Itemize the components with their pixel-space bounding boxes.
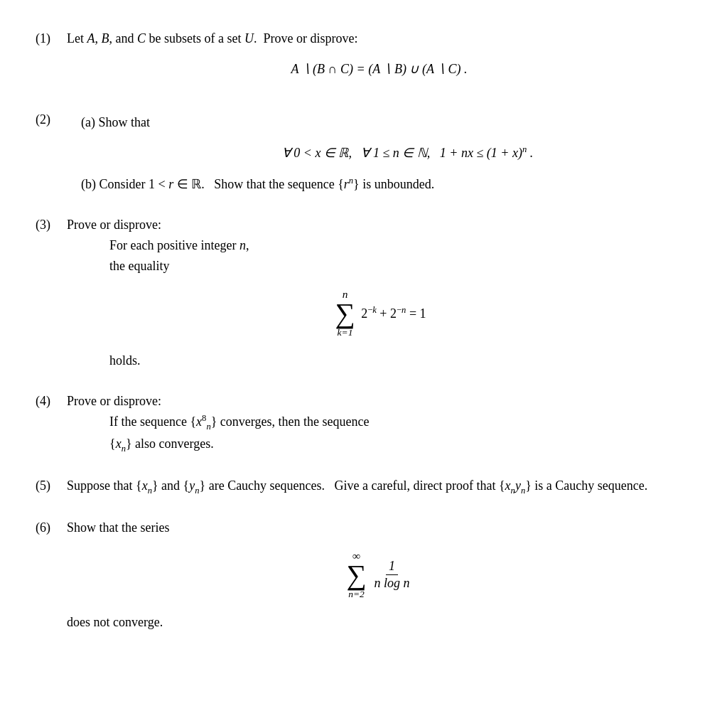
problem-6-line1: Show that the series (67, 520, 169, 535)
problem-2a-text: Show that (98, 115, 150, 129)
problem-6-sigma: ∞ ∑ n=2 (346, 550, 366, 599)
problem-4-indented: If the sequence {x8n} converges, then th… (109, 411, 691, 455)
problem-list: (1) Let A, B, and C be subsets of a set … (36, 28, 691, 633)
problem-1-number: (1) (36, 28, 61, 49)
problem-3-number: (3) (36, 215, 61, 235)
problem-5-text: Suppose that {xn} and {yn} are Cauchy se… (67, 478, 647, 493)
sigma-bottom-6: n=2 (348, 589, 365, 599)
problem-2a: (a) Show that ∀ 0 < x ∈ ℝ, ∀ 1 ≤ n ∈ ℕ, … (81, 112, 691, 164)
problem-2: (2) (a) Show that ∀ 0 < x ∈ ℝ, ∀ 1 ≤ n ∈… (36, 109, 691, 195)
sigma-bottom: k=1 (338, 328, 353, 338)
problem-1: (1) Let A, B, and C be subsets of a set … (36, 28, 691, 90)
problem-4-line2: If the sequence {x8n} converges, then th… (109, 411, 691, 434)
problem-6-fraction: 1 n log n (372, 558, 413, 592)
problem-2a-label: (a) (81, 115, 95, 129)
problem-2-number: (2) (36, 109, 61, 130)
problem-6-content: Show that the series ∞ ∑ n=2 1 n log n d… (67, 518, 691, 633)
sigma-symbol-6: ∑ (346, 562, 366, 590)
problem-2b-text: Consider 1 < r ∈ ℝ. Show that the sequen… (99, 177, 435, 191)
problem-4-content: Prove or disprove: If the sequence {x8n}… (67, 391, 691, 456)
problem-2-content: (a) Show that ∀ 0 < x ∈ ℝ, ∀ 1 ≤ n ∈ ℕ, … (67, 109, 691, 195)
problem-6-formula: ∞ ∑ n=2 1 n log n (67, 550, 691, 599)
problem-6-number: (6) (36, 518, 61, 538)
problem-4-number: (4) (36, 391, 61, 412)
frac-denominator-6: n log n (372, 575, 413, 592)
problem-3-line2: For each positive integer n, (109, 235, 691, 256)
problem-6-line2: does not converge. (67, 612, 691, 633)
problem-2b: (b) Consider 1 < r ∈ ℝ. Show that the se… (81, 173, 691, 195)
problem-4-line3: {xn} also converges. (109, 434, 691, 456)
problem-3-holds: holds. (109, 350, 691, 371)
problem-2b-label: (b) (81, 177, 96, 191)
problem-5-number: (5) (36, 476, 61, 496)
problem-1-content: Let A, B, and C be subsets of a set U. P… (67, 28, 691, 90)
problem-4-line1: Prove or disprove: (67, 391, 691, 412)
frac-numerator-6: 1 (386, 558, 398, 575)
problem-3-formula-body: 2−k + 2−n = 1 (358, 303, 426, 324)
problem-4: (4) Prove or disprove: If the sequence {… (36, 391, 691, 456)
problem-1-formula: A ∖ (B ∩ C) = (A ∖ B) ∪ (A ∖ C) . (67, 59, 691, 80)
sigma-symbol: ∑ (335, 300, 355, 328)
problem-3-line1: Prove or disprove: (67, 218, 161, 232)
problem-3-formula: n ∑ k=1 2−k + 2−n = 1 (67, 289, 691, 337)
problem-5: (5) Suppose that {xn} and {yn} are Cauch… (36, 476, 691, 498)
problem-5-content: Suppose that {xn} and {yn} are Cauchy se… (67, 476, 691, 498)
problem-2a-formula: ∀ 0 < x ∈ ℝ, ∀ 1 ≤ n ∈ ℕ, 1 + nx ≤ (1 + … (124, 142, 691, 164)
problem-3-line3: the equality (109, 256, 691, 277)
problem-3-indented: For each positive integer n, the equalit… (109, 235, 691, 277)
problem-3-content: Prove or disprove: For each positive int… (67, 215, 691, 371)
problem-3: (3) Prove or disprove: For each positive… (36, 215, 691, 371)
problem-3-sigma: n ∑ k=1 (335, 289, 355, 337)
problem-1-text: Let A, B, and C be subsets of a set U. P… (67, 31, 357, 46)
problem-6: (6) Show that the series ∞ ∑ n=2 1 n log… (36, 518, 691, 633)
